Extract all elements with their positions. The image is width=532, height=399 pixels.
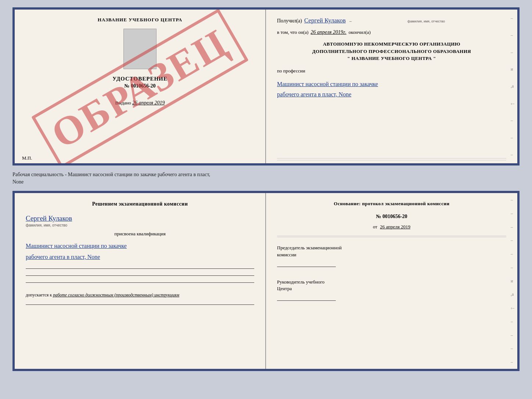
dopuskaetsya-label: допускается к	[26, 292, 52, 298]
right-dashes-bottom: ––––––и,а‹–––––	[511, 193, 514, 369]
bottom-name-block: Сергей Кулаков фамилия, имя, отчество	[26, 214, 254, 227]
bottom-profession-block: Машинист насосной станции по закачке раб…	[26, 241, 254, 263]
dopuskaetsya-text: работе согласно должностным (производств…	[53, 292, 179, 298]
bottom-document: Решением экзаменационной комиссии Сергей…	[12, 191, 520, 371]
top-center-title: НАЗВАНИЕ УЧЕБНОГО ЦЕНТРА	[98, 17, 183, 23]
avt-line1: АВТОНОМНУЮ НЕКОММЕРЧЕСКУЮ ОРГАНИЗАЦИЮ	[277, 40, 506, 48]
vtom-line: в том, что он(а) 26 апреля 2019г. окончи…	[277, 29, 506, 35]
okonchil-label: окончил(а)	[349, 29, 371, 35]
predsedatel-line2: комиссии	[277, 252, 506, 258]
avt-block: АВТОНОМНУЮ НЕКОММЕРЧЕСКУЮ ОРГАНИЗАЦИЮ ДО…	[277, 40, 506, 62]
profession-line1-top: Машинист насосной станции по закачке	[277, 79, 506, 90]
bottom-sig-lines	[26, 268, 254, 283]
protokol-number: № 0010656-20	[277, 214, 506, 220]
rukovoditel-line1: Руководитель учебного	[277, 279, 506, 285]
predsedatel-sig-line	[277, 260, 336, 267]
rukovoditel-line2: Центра	[277, 285, 506, 292]
po-professii-label: по профессии	[277, 68, 506, 74]
top-profession-block: Машинист насосной станции по закачке раб…	[277, 79, 506, 100]
vtom-label: в том, что он(а)	[277, 29, 309, 35]
bottom-date: 26 апреля 2019	[380, 224, 410, 229]
bottom-right-panel: Основание: протокол экзаменационной коми…	[266, 193, 517, 371]
sig-line-1	[26, 268, 254, 269]
caption-line1: Рабочая специальность - Машинист насосно…	[12, 171, 520, 178]
komissia-text: Решением экзаменационной комиссии	[92, 201, 188, 207]
udostoverenie-title: УДОСТОВЕРЕНИЕ	[112, 76, 168, 82]
predsedatel-block: Председатель экзаменационной комиссии	[277, 245, 506, 267]
vtom-date: 26 апреля 2019г.	[311, 29, 346, 35]
udostoverenie-block: УДОСТОВЕРЕНИЕ № 0010656-20	[112, 76, 168, 89]
predsedatel-line1: Председатель экзаменационной	[277, 245, 506, 251]
bottom-left-panel: Решением экзаменационной комиссии Сергей…	[15, 193, 266, 371]
avt-line3: " НАЗВАНИЕ УЧЕБНОГО ЦЕНТРА "	[277, 55, 506, 62]
vydano-line: Выдано 26 апреля 2019	[115, 100, 165, 106]
top-right-panel: Получил(а) Сергей Кулаков – фамилия, имя…	[266, 10, 517, 165]
avt-line2: ДОПОЛНИТЕЛЬНОГО ПРОФЕССИОНАЛЬНОГО ОБРАЗО…	[277, 48, 506, 55]
bottom-profession-line2: рабочего агента в пласт, None	[26, 252, 254, 263]
sep1	[277, 158, 506, 158]
sep-lines	[277, 236, 506, 237]
poluchil-label: Получил(а)	[277, 18, 302, 24]
bottom-sig-line-final	[26, 304, 254, 305]
mp-label: М.П.	[22, 155, 32, 161]
photo-placeholder	[123, 29, 157, 69]
familiya-hint-top: фамилия, имя, отчество	[407, 19, 445, 23]
komissia-title: Решением экзаменационной комиссии	[26, 200, 254, 208]
sig-line-2	[26, 275, 254, 276]
bottom-profession-line1: Машинист насосной станции по закачке	[26, 241, 254, 252]
sep-r1	[277, 236, 506, 236]
poluchil-line: Получил(а) Сергей Кулаков – фамилия, имя…	[277, 17, 506, 24]
top-document: НАЗВАНИЕ УЧЕБНОГО ЦЕНТРА ОБРАЗЕЦ УДОСТОВ…	[12, 7, 520, 165]
sep2	[277, 160, 506, 160]
ot-label: от	[373, 224, 377, 229]
prisvoena-label: присвоена квалификация	[26, 231, 254, 237]
caption-text: Рабочая специальность - Машинист насосно…	[12, 169, 520, 187]
dopuskaetsya-block: допускается к работе согласно должностны…	[26, 292, 254, 298]
right-dashes-top: –––и,а‹––––	[511, 10, 514, 163]
caption-line2: None	[12, 178, 520, 186]
ot-date-block: от 26 апреля 2019	[277, 224, 506, 230]
sig-final	[26, 304, 254, 305]
rukovoditel-sig-line	[277, 293, 336, 301]
poluchil-name: Сергей Кулаков	[304, 17, 346, 24]
rukovoditel-block: Руководитель учебного Центра	[277, 279, 506, 301]
bottom-name: Сергей Кулаков	[26, 214, 254, 222]
udostoverenie-number: № 0010656-20	[112, 83, 168, 89]
profession-line2-top: рабочего агента в пласт, None	[277, 89, 506, 100]
top-left-panel: НАЗВАНИЕ УЧЕБНОГО ЦЕНТРА ОБРАЗЕЦ УДОСТОВ…	[15, 10, 266, 165]
vydano-label: Выдано	[115, 100, 131, 106]
bottom-familiya-hint: фамилия, имя, отчество	[26, 223, 254, 227]
vydano-date: 26 апреля 2019	[132, 100, 165, 106]
osnovaniye-label: Основание: протокол экзаменационной коми…	[277, 200, 506, 207]
sig-line-3	[26, 282, 254, 283]
sep-r2	[277, 237, 506, 237]
